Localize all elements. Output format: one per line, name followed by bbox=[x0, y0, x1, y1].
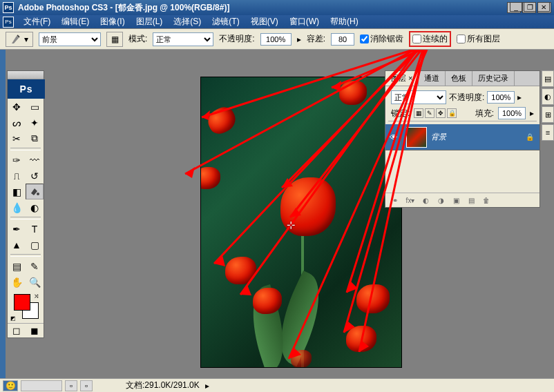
statusbar: 🙂 ▫ ▫ 文档:291.0K/291.0K ▸ bbox=[0, 378, 554, 392]
document-canvas[interactable] bbox=[201, 77, 401, 367]
tab-history[interactable]: 历史记录 bbox=[472, 71, 515, 86]
standard-mode-button[interactable]: ◻ bbox=[8, 324, 26, 337]
status-seg-2[interactable]: ▫ bbox=[65, 380, 77, 391]
svg-point-0 bbox=[37, 193, 39, 195]
menu-window[interactable]: 窗口(W) bbox=[285, 14, 323, 29]
antialias-checkbox[interactable]: 消除锯齿 bbox=[360, 33, 403, 45]
notes-tool[interactable]: ▤ bbox=[8, 258, 26, 274]
layer-name-label[interactable]: 背景 bbox=[431, 132, 526, 142]
hand-tool[interactable]: ✋ bbox=[8, 274, 26, 290]
history-brush-tool[interactable]: ↺ bbox=[26, 168, 44, 184]
new-layer-icon[interactable]: ▤ bbox=[464, 195, 478, 206]
lasso-tool[interactable]: ᔕ bbox=[8, 115, 26, 130]
all-layers-checkbox[interactable]: 所有图层 bbox=[457, 33, 500, 45]
opacity-label: 不透明度: bbox=[219, 33, 254, 45]
foreground-color-swatch[interactable] bbox=[14, 294, 30, 311]
clone-stamp-tool[interactable]: ⎍ bbox=[8, 168, 26, 184]
options-bar: ▾ 前景 ▦ 模式: 正常 不透明度: ▸ 容差: 消除锯齿 连续的 所有图层 bbox=[0, 29, 554, 50]
layer-visibility-icon[interactable]: 👁 bbox=[385, 124, 402, 150]
lock-transparency-icon[interactable]: ▦ bbox=[414, 108, 423, 118]
eyedropper-tool[interactable]: ✎ bbox=[26, 258, 44, 274]
quickmask-mode-button[interactable]: ◼ bbox=[26, 324, 44, 337]
layer-row-background[interactable]: 👁 背景 🔒 bbox=[385, 124, 539, 150]
default-colors-icon[interactable]: ◩ bbox=[10, 315, 16, 322]
fill-arrow-icon[interactable]: ▸ bbox=[530, 108, 534, 118]
status-icon[interactable]: 🙂 bbox=[3, 380, 18, 391]
lock-pixels-icon[interactable]: ✎ bbox=[425, 108, 434, 118]
type-tool[interactable]: T bbox=[26, 221, 44, 237]
titlebar: Ps Adobe Photoshop CS3 - [郁金香.jpg @ 100%… bbox=[0, 0, 554, 15]
dock-icon-2[interactable]: ◐ bbox=[542, 88, 554, 105]
magic-wand-tool[interactable]: ✦ bbox=[26, 115, 44, 130]
tab-channels[interactable]: 通道 bbox=[419, 71, 446, 86]
zoom-tool[interactable]: 🔍 bbox=[26, 274, 44, 290]
pen-tool[interactable]: ✒ bbox=[8, 221, 26, 237]
contiguous-checkbox[interactable]: 连续的 bbox=[412, 33, 448, 45]
tab-swatches[interactable]: 色板 bbox=[446, 71, 472, 86]
mode-select[interactable]: 正常 bbox=[153, 32, 213, 46]
doc-close-button[interactable]: ✕ bbox=[537, 2, 550, 12]
status-seg-1[interactable] bbox=[21, 380, 62, 391]
toolbox-grip[interactable] bbox=[8, 71, 44, 79]
tolerance-input[interactable] bbox=[331, 33, 354, 46]
opacity-input[interactable] bbox=[260, 33, 292, 46]
shape-tool[interactable]: ▢ bbox=[26, 237, 44, 253]
toolbox: Ps ✥ ▭ ᔕ ✦ ✂ ⧉ ✑ 〰 ⎍ ↺ ◧ 💧 ◐ ✒ T ▲ ▢ ▤ ✎… bbox=[7, 70, 44, 338]
doc-minimize-button[interactable]: _ bbox=[510, 2, 522, 12]
healing-brush-tool[interactable]: ✑ bbox=[8, 152, 26, 168]
menu-layer[interactable]: 图层(L) bbox=[132, 14, 167, 29]
doc-size-label: 文档:291.0K/291.0K bbox=[126, 380, 200, 391]
blur-tool[interactable]: 💧 bbox=[8, 199, 26, 215]
panels-dock: 图层 × 通道 色板 历史记录 正常 不透明度: ▸ 锁定: ▦ ✎ ✥ bbox=[385, 70, 540, 210]
dock-icon-1[interactable]: ▤ bbox=[542, 70, 554, 87]
dock-icon-3[interactable]: ⊞ bbox=[542, 106, 554, 123]
layers-panel: 图层 × 通道 色板 历史记录 正常 不透明度: ▸ 锁定: ▦ ✎ ✥ bbox=[385, 70, 540, 208]
blend-mode-select[interactable]: 正常 bbox=[391, 90, 446, 104]
panel-dock-icons: ▤ ◐ ⊞ ≡ bbox=[542, 70, 554, 142]
layer-group-icon[interactable]: ▣ bbox=[449, 195, 463, 206]
menu-select[interactable]: 选择(S) bbox=[169, 14, 205, 29]
lock-label: 锁定: bbox=[391, 108, 410, 119]
dodge-tool[interactable]: ◐ bbox=[26, 199, 44, 215]
menu-image[interactable]: 图像(I) bbox=[96, 14, 128, 29]
swap-colors-icon[interactable]: ⤭ bbox=[34, 293, 39, 300]
lock-all-icon[interactable]: 🔒 bbox=[447, 108, 457, 118]
delete-layer-icon[interactable]: 🗑 bbox=[479, 195, 493, 206]
fill-input[interactable] bbox=[498, 107, 526, 119]
layer-style-icon[interactable]: fx▾ bbox=[403, 195, 417, 206]
menu-filter[interactable]: 滤镜(T) bbox=[208, 14, 243, 29]
opacity-flyout-icon[interactable]: ▸ bbox=[297, 35, 301, 44]
layer-opacity-input[interactable] bbox=[487, 91, 515, 104]
slice-tool[interactable]: ⧉ bbox=[26, 130, 44, 146]
fill-area-select[interactable]: 前景 bbox=[39, 32, 101, 46]
path-selection-tool[interactable]: ▲ bbox=[8, 237, 26, 253]
paint-bucket-tool[interactable] bbox=[26, 184, 44, 199]
status-flyout-icon[interactable]: ▸ bbox=[205, 381, 209, 391]
menu-file[interactable]: 文件(F) bbox=[19, 14, 55, 29]
menu-edit[interactable]: 编辑(E) bbox=[57, 14, 93, 29]
menu-help[interactable]: 帮助(H) bbox=[326, 14, 363, 29]
move-tool[interactable]: ✥ bbox=[8, 99, 26, 115]
layer-list[interactable]: 👁 背景 🔒 bbox=[385, 124, 539, 193]
marquee-tool[interactable]: ▭ bbox=[26, 99, 44, 115]
layer-opacity-label: 不透明度: bbox=[449, 92, 484, 104]
lock-position-icon[interactable]: ✥ bbox=[436, 108, 446, 118]
brush-tool[interactable]: 〰 bbox=[26, 152, 44, 168]
link-layers-icon[interactable]: ⚭ bbox=[388, 195, 402, 206]
opacity-arrow-icon[interactable]: ▸ bbox=[517, 92, 522, 102]
dock-icon-4[interactable]: ≡ bbox=[542, 124, 554, 141]
layer-thumbnail[interactable] bbox=[406, 127, 427, 148]
status-seg-3[interactable]: ▫ bbox=[80, 380, 93, 391]
doc-restore-button[interactable]: ❐ bbox=[524, 2, 536, 12]
adjustment-layer-icon[interactable]: ◑ bbox=[434, 195, 448, 206]
layer-mask-icon[interactable]: ◐ bbox=[419, 195, 432, 206]
app-icon: Ps bbox=[3, 2, 14, 13]
dock-strip bbox=[0, 50, 6, 392]
crop-tool[interactable]: ✂ bbox=[8, 130, 26, 146]
tool-preset-picker[interactable]: ▾ bbox=[6, 32, 33, 47]
workspace: Ps ✥ ▭ ᔕ ✦ ✂ ⧉ ✑ 〰 ⎍ ↺ ◧ 💧 ◐ ✒ T ▲ ▢ ▤ ✎… bbox=[0, 50, 554, 392]
tab-layers[interactable]: 图层 × bbox=[385, 71, 419, 86]
eraser-tool[interactable]: ◧ bbox=[8, 184, 26, 199]
menu-view[interactable]: 视图(V) bbox=[247, 14, 283, 29]
pattern-picker[interactable]: ▦ bbox=[106, 32, 123, 47]
